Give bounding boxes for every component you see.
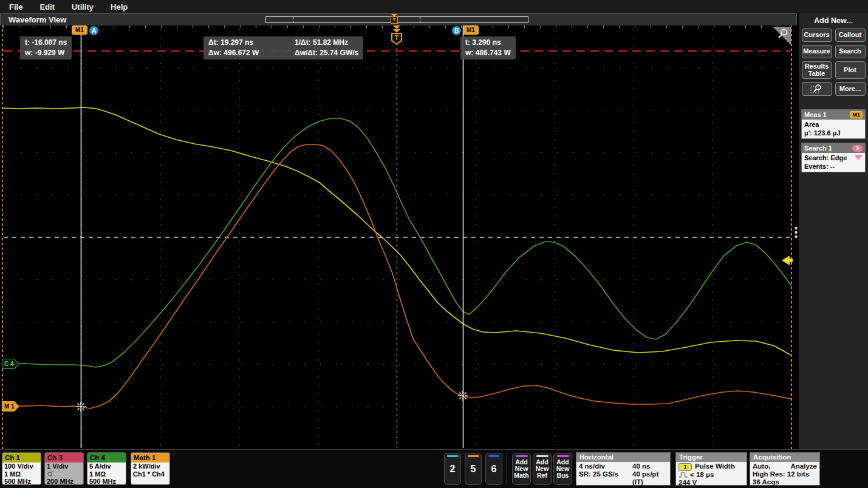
plot-left-edge bbox=[2, 25, 3, 449]
channel-2-button[interactable]: 2 bbox=[444, 453, 461, 485]
cursor-a-badge[interactable]: A bbox=[89, 26, 98, 35]
ch3-name: Ch 3 bbox=[47, 454, 63, 461]
trigger-level: 244 V bbox=[678, 479, 744, 487]
add-search-button[interactable]: Search bbox=[835, 45, 866, 58]
delta-w: Δw: 496.672 W bbox=[208, 48, 286, 58]
meas1-value: μ': 123.6 μJ bbox=[804, 129, 863, 138]
horizontal-title: Horizontal bbox=[576, 453, 670, 462]
ch1-scale: 100 V/div bbox=[4, 463, 39, 470]
acquisition-title: Acquisition bbox=[750, 453, 819, 462]
math1-name: Math 1 bbox=[134, 454, 155, 461]
cursor-a-anchor-icon bbox=[76, 402, 86, 412]
bottom-bar-divider bbox=[507, 453, 507, 484]
acq-analyze: Analyze bbox=[791, 463, 817, 470]
ch4-down-arrow-icon: ↓ bbox=[107, 454, 111, 461]
trigger-chevron2-icon bbox=[393, 29, 400, 33]
channel-badge-math1[interactable]: Math 1 2 kW/div Ch1 * Ch4 bbox=[131, 452, 170, 485]
ch4-bandwidth: 500 MHz Bw bbox=[89, 478, 124, 485]
channel-badge-ch3[interactable]: Ch 3 1 V/div 200 MHz Bw bbox=[44, 452, 84, 485]
ch4-name: Ch 4 bbox=[90, 454, 105, 461]
acquisition-panel[interactable]: Acquisition Auto,Analyze High Res: 12 bi… bbox=[750, 452, 820, 486]
trigger-flag-label: T bbox=[392, 34, 401, 44]
horizontal-duration: 40 ns bbox=[632, 463, 668, 470]
ch2-label: 2 bbox=[445, 464, 460, 475]
cursor-a-readout[interactable]: t: -16.007 ns w: -9.929 W bbox=[20, 36, 72, 59]
cursor-b-source-badge[interactable]: M1 bbox=[463, 25, 479, 35]
add-results-table-button[interactable]: Results Table bbox=[802, 61, 832, 79]
ch1-offscreen-arrow-icon[interactable] bbox=[782, 256, 793, 265]
cursor-delta-readout[interactable]: Δt: 19.297 ns 1/Δt: 51.82 MHz Δw: 496.67… bbox=[203, 36, 363, 59]
trigger-condition: < 18 μs bbox=[690, 471, 714, 478]
add-callout-button[interactable]: Callout bbox=[835, 29, 866, 42]
search-mark-icon bbox=[854, 155, 863, 160]
ch5-color-stripe bbox=[468, 455, 479, 457]
channel-badge-ch1[interactable]: Ch 1 100 V/div 1 MΩ 500 MHz Bw bbox=[2, 452, 41, 485]
corner-magnifier-icon bbox=[776, 28, 790, 40]
add-plot-button[interactable]: Plot bbox=[835, 61, 866, 79]
ch6-label: 6 bbox=[486, 464, 502, 475]
cursor-b-badge[interactable]: B bbox=[452, 26, 461, 35]
search1-title: Search 1 bbox=[804, 144, 832, 152]
channel-6-button[interactable]: 6 bbox=[485, 453, 502, 485]
search1-type: Search: Edge bbox=[804, 154, 847, 161]
horizontal-panel[interactable]: Horizontal 4 ns/div40 ns SR: 25 GS/s40 p… bbox=[576, 452, 671, 486]
meas1-title: Meas 1 bbox=[804, 111, 827, 118]
ch5-label: 5 bbox=[465, 464, 481, 475]
ch4-position-label: C 4 bbox=[2, 359, 19, 368]
search1-events: Events: -- bbox=[804, 163, 863, 171]
cursor-b-anchor-icon bbox=[458, 391, 468, 401]
add-new-bus-button[interactable]: AddNewBus bbox=[553, 453, 572, 485]
math1-expression: Ch1 * Ch4 bbox=[133, 470, 168, 478]
ch6-color-stripe bbox=[488, 455, 499, 457]
meas1-type: Area bbox=[804, 121, 863, 129]
sample-rate: SR: 25 GS/s bbox=[579, 470, 632, 486]
ref-color-stripe bbox=[536, 455, 548, 457]
panel-splitter-handle[interactable]: ••• bbox=[795, 226, 798, 239]
ch3-bandwidth: 200 MHz Bw bbox=[47, 478, 81, 486]
cursor-b-readout[interactable]: t: 3.290 ns w: 486.743 W bbox=[460, 36, 516, 59]
trigger-title: Trigger bbox=[676, 453, 747, 462]
ch3-scale: 1 V/div bbox=[47, 463, 81, 470]
horizontal-scale: 4 ns/div bbox=[579, 463, 632, 470]
ch1-name: Ch 1 bbox=[5, 454, 20, 461]
ch1-impedance: 1 MΩ bbox=[4, 470, 39, 478]
trigger-panel[interactable]: Trigger 1Pulse Width < 18 μs 244 V bbox=[675, 452, 747, 486]
delta-w-rate: Δw/Δt: 25.74 GW/s bbox=[295, 48, 358, 58]
add-measure-button[interactable]: Measure bbox=[802, 45, 832, 58]
math1-scale: 2 kW/div bbox=[133, 463, 168, 470]
search1-panel[interactable]: Search 1 3 Search: Edge Events: -- bbox=[801, 143, 866, 172]
math-color-stripe bbox=[516, 455, 528, 457]
cursor-b-time: t: 3.290 ns bbox=[465, 38, 511, 48]
cursor-a-source-badge[interactable]: M1 bbox=[72, 25, 87, 35]
trigger-source-badge: 1 bbox=[678, 463, 692, 471]
meas1-panel[interactable]: Meas 1 M1 Area μ': 123.6 μJ bbox=[801, 109, 866, 139]
cursor-b-value: w: 486.743 W bbox=[465, 48, 511, 58]
acq-resolution: High Res: 12 bits bbox=[753, 470, 817, 478]
trace-math[interactable] bbox=[3, 144, 791, 408]
results-sidebar: Add New... Cursors Callout Measure Searc… bbox=[799, 13, 868, 449]
bus-color-stripe bbox=[557, 455, 569, 457]
channel-5-button[interactable]: 5 bbox=[465, 453, 482, 485]
cursor-a-time: t: -16.007 ns bbox=[25, 38, 67, 48]
add-cursors-button[interactable]: Cursors bbox=[802, 29, 832, 42]
trace-ch4[interactable] bbox=[3, 118, 791, 367]
plot-right-edge bbox=[791, 25, 792, 449]
more-button[interactable]: More... bbox=[835, 82, 866, 96]
sample-resolution: 40 ps/pt (IT) bbox=[632, 470, 668, 486]
inverse-delta-t: 1/Δt: 51.82 MHz bbox=[295, 38, 358, 48]
ch1-bandwidth: 500 MHz Bw bbox=[4, 478, 39, 485]
acq-count: 36 Acqs bbox=[753, 478, 817, 486]
channel-badge-ch4[interactable]: Ch 4 ↓ 5 A/div 1 MΩ 500 MHz Bw bbox=[87, 452, 126, 485]
zoom-select-icon bbox=[810, 84, 824, 94]
add-new-math-button[interactable]: AddNewMath bbox=[512, 453, 531, 485]
ch4-impedance: 1 MΩ bbox=[89, 470, 124, 478]
ch2-color-stripe bbox=[447, 455, 458, 457]
acq-mode: Auto, bbox=[753, 463, 770, 470]
add-new-header: Add New... bbox=[799, 16, 868, 25]
ch3-probe-icon bbox=[47, 470, 81, 478]
zoom-mode-button[interactable] bbox=[802, 82, 832, 96]
add-new-ref-button[interactable]: AddNewRef bbox=[533, 453, 552, 485]
ch4-scale: 5 A/div bbox=[89, 463, 124, 470]
bottom-bar: Ch 1 100 V/div 1 MΩ 500 MHz Bw Ch 3 1 V/… bbox=[0, 449, 868, 488]
trigger-type: Pulse Width bbox=[695, 463, 735, 470]
